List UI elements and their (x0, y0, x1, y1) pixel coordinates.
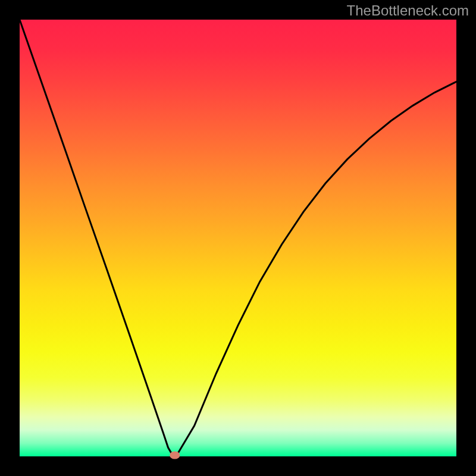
chart-plot-area (20, 20, 456, 456)
watermark-label: TheBottleneck.com (347, 2, 469, 19)
bottleneck-curve (20, 20, 456, 456)
optimal-point-marker (170, 451, 180, 459)
curve-path (20, 20, 456, 455)
